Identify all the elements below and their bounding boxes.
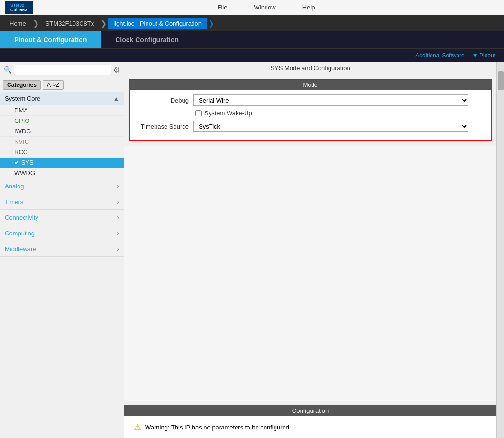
- warning-text: Warning: This IP has no parameters to be…: [145, 424, 291, 431]
- timebase-label: Timebase Source: [137, 123, 189, 130]
- section-title: SYS Mode and Configuration: [124, 62, 496, 75]
- category-computing-label: Computing: [5, 230, 35, 237]
- spacer: [124, 146, 496, 401]
- sidebar: 🔍 ⚙ Categories A->Z System Core ▲ DMA GP…: [0, 62, 124, 438]
- sidebar-item-rcc[interactable]: RCC: [0, 147, 124, 158]
- tab-clock[interactable]: Clock Configuration: [101, 31, 193, 48]
- breadcrumb: Home ❯ STM32F103C8Tx ❯ light.ioc - Pinou…: [0, 15, 504, 31]
- tab-bar: Pinout & Configuration Clock Configurati…: [0, 31, 504, 48]
- sub-tab-software[interactable]: Additional Software: [412, 52, 468, 59]
- menu-file[interactable]: File: [214, 2, 231, 13]
- breadcrumb-home[interactable]: Home: [4, 18, 32, 29]
- wakeup-row: System Wake-Up: [137, 110, 484, 117]
- breadcrumb-arrow-1: ❯: [33, 19, 39, 28]
- sidebar-tab-categories[interactable]: Categories: [3, 80, 41, 90]
- breadcrumb-file[interactable]: light.ioc - Pinout & Configuration: [108, 18, 207, 29]
- category-analog[interactable]: Analog ›: [0, 178, 124, 194]
- sidebar-item-nvic[interactable]: NVIC: [0, 137, 124, 147]
- breadcrumb-arrow-3: ❯: [208, 19, 214, 28]
- warning-row: ⚠ Warning: This IP has no parameters to …: [124, 416, 496, 438]
- mode-fields: Debug Serial Wire System Wake-Up Timebas…: [130, 90, 491, 140]
- debug-select[interactable]: Serial Wire: [193, 94, 468, 106]
- sidebar-item-iwdg[interactable]: IWDG: [0, 126, 124, 137]
- content-area: SYS Mode and Configuration Mode Debug Se…: [124, 62, 496, 438]
- sys-label: SYS: [21, 159, 34, 166]
- category-middleware-arrow: ›: [117, 245, 119, 252]
- tab-spacer: [193, 31, 504, 48]
- menu-window[interactable]: Window: [250, 2, 279, 13]
- sidebar-item-wwdg[interactable]: WWDG: [0, 168, 124, 178]
- sidebar-item-gpio[interactable]: GPIO: [0, 116, 124, 126]
- category-timers-label: Timers: [5, 198, 23, 205]
- category-analog-arrow: ›: [117, 182, 119, 190]
- warning-icon: ⚠: [134, 422, 141, 432]
- category-connectivity-arrow: ›: [117, 214, 119, 221]
- config-title: Configuration: [124, 405, 496, 416]
- category-computing-arrow: ›: [117, 229, 119, 237]
- search-input[interactable]: [14, 65, 111, 75]
- scrollbar[interactable]: [496, 62, 504, 438]
- category-system-core-arrow: ▲: [113, 95, 119, 102]
- tab-pinout[interactable]: Pinout & Configuration: [0, 31, 101, 48]
- debug-row: Debug Serial Wire: [137, 94, 484, 106]
- wakeup-label: System Wake-Up: [204, 110, 252, 117]
- menu-help[interactable]: Help: [299, 2, 319, 13]
- category-computing[interactable]: Computing ›: [0, 225, 124, 241]
- category-timers[interactable]: Timers ›: [0, 194, 124, 210]
- category-middleware-label: Middleware: [5, 245, 36, 252]
- app-logo: STM32 CubeMX: [5, 1, 33, 14]
- menu-items: File Window Help: [33, 2, 499, 13]
- category-system-core[interactable]: System Core ▲: [0, 92, 124, 105]
- timebase-select[interactable]: SysTick: [193, 121, 468, 132]
- category-analog-label: Analog: [5, 183, 24, 190]
- search-icon: 🔍: [4, 66, 12, 74]
- mode-section: Mode Debug Serial Wire System Wake-Up Ti…: [129, 79, 492, 141]
- sidebar-search-row: 🔍 ⚙: [0, 62, 124, 78]
- sidebar-item-sys[interactable]: ✔ SYS: [0, 158, 124, 168]
- right-panel: SYS Mode and Configuration Mode Debug Se…: [124, 62, 504, 438]
- sys-checkmark: ✔: [14, 159, 21, 166]
- category-connectivity[interactable]: Connectivity ›: [0, 210, 124, 225]
- mode-title: Mode: [130, 80, 491, 90]
- sidebar-item-dma[interactable]: DMA: [0, 105, 124, 116]
- logo-line1: STM32: [10, 3, 27, 8]
- timebase-row: Timebase Source SysTick: [137, 121, 484, 132]
- gear-icon[interactable]: ⚙: [113, 65, 120, 75]
- main-content: 🔍 ⚙ Categories A->Z System Core ▲ DMA GP…: [0, 62, 504, 438]
- breadcrumb-arrow-2: ❯: [101, 19, 107, 28]
- menu-bar: STM32 CubeMX File Window Help: [0, 0, 504, 15]
- sidebar-tab-bar: Categories A->Z: [0, 78, 124, 92]
- category-connectivity-label: Connectivity: [5, 214, 38, 221]
- system-core-items: DMA GPIO IWDG NVIC RCC ✔ SYS WWDG: [0, 105, 124, 178]
- category-middleware[interactable]: Middleware ›: [0, 241, 124, 257]
- logo-line2: CubeMX: [10, 8, 27, 12]
- config-section: Configuration ⚠ Warning: This IP has no …: [124, 401, 496, 438]
- sidebar-tab-az[interactable]: A->Z: [43, 80, 64, 90]
- breadcrumb-device[interactable]: STM32F103C8Tx: [40, 18, 100, 29]
- scroll-thumb[interactable]: [498, 71, 504, 90]
- system-wakeup-checkbox[interactable]: [195, 110, 202, 116]
- category-system-core-label: System Core: [5, 95, 40, 102]
- debug-label: Debug: [137, 97, 189, 104]
- sub-tab-pinout[interactable]: ▼ Pinout: [468, 52, 499, 59]
- sub-tab-bar: Additional Software ▼ Pinout: [0, 48, 504, 62]
- category-timers-arrow: ›: [117, 198, 119, 205]
